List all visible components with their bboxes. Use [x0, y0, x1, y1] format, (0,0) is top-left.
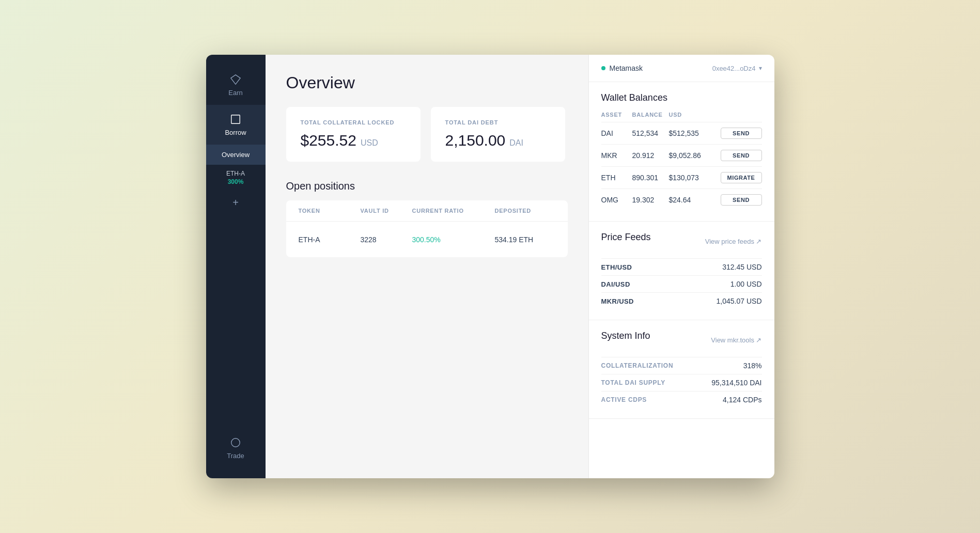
view-mkr-tools-link[interactable]: View mkr.tools ↗: [711, 336, 761, 344]
main-content: Overview TOTAL COLLATERAL LOCKED $255.52…: [266, 55, 588, 478]
system-info-title: System Info: [601, 331, 650, 341]
sidebar-add-button[interactable]: +: [206, 191, 266, 215]
positions-table: TOKEN VAULT ID CURRENT RATIO DEPOSITED A…: [286, 200, 568, 257]
bth-action: [721, 112, 762, 118]
system-label-active-cdps: ACTIVE CDPS: [601, 396, 647, 403]
balance-mkr: 20.912: [632, 151, 669, 160]
price-feeds-section: Price Feeds View price feeds ↗ ETH/USD 3…: [589, 222, 774, 320]
sidebar-earn-label: Earn: [228, 89, 242, 97]
debt-unit: DAI: [509, 138, 523, 148]
wallet-header: Metamask 0xee42...oDz4 ▾: [589, 55, 774, 82]
asset-omg: OMG: [601, 196, 632, 204]
system-row-active-cdps: ACTIVE CDPS 4,124 CDPs: [601, 391, 762, 408]
cell-token: ETH-A: [299, 236, 361, 244]
sidebar-item-trade[interactable]: Trade: [206, 428, 266, 468]
asset-dai: DAI: [601, 129, 632, 137]
square-icon: [229, 113, 242, 126]
usd-eth: $130,073: [669, 174, 721, 182]
cell-vault-id: 3228: [361, 236, 412, 244]
balance-table-header: ASSET BALANCE USD: [601, 112, 762, 118]
chevron-down-icon: ▾: [759, 65, 762, 72]
system-info-section: System Info View mkr.tools ↗ COLLATERALI…: [589, 320, 774, 419]
price-value-eth: 312.45 USD: [722, 263, 761, 271]
sidebar-item-overview[interactable]: Overview: [206, 145, 266, 165]
price-pair-eth: ETH/USD: [601, 263, 632, 271]
collateral-value-row: $255.52 USD: [301, 132, 406, 149]
sidebar-item-borrow[interactable]: Borrow: [206, 105, 266, 145]
migrate-eth-button[interactable]: MIGRATE: [721, 172, 762, 183]
sidebar-item-eth-a[interactable]: ETH-A 300%: [206, 165, 266, 191]
system-label-collateral: COLLATERALIZATION: [601, 362, 674, 369]
positions-title: Open positions: [286, 180, 568, 192]
bth-balance: BALANCE: [632, 112, 669, 118]
price-row-mkr-usd: MKR/USD 1,045.07 USD: [601, 292, 762, 309]
balance-row-omg: OMG 19.302 $24.64 SEND: [601, 189, 762, 211]
usd-dai: $512,535: [669, 129, 721, 137]
cell-deposited: 534.19 ETH: [495, 236, 568, 244]
system-row-dai-supply: TOTAL DAI SUPPLY 95,314,510 DAI: [601, 374, 762, 391]
sidebar-overview-label: Overview: [222, 151, 250, 159]
collateral-unit: USD: [361, 138, 378, 148]
system-label-dai-supply: TOTAL DAI SUPPLY: [601, 379, 665, 386]
sidebar-trade-label: Trade: [227, 452, 244, 460]
svg-point-2: [231, 438, 240, 447]
th-deposited: DEPOSITED: [495, 208, 568, 214]
send-omg-button[interactable]: SEND: [721, 194, 762, 206]
system-value-dai-supply: 95,314,510 DAI: [711, 379, 761, 387]
balance-row-dai: DAI 512,534 $512,535 SEND: [601, 122, 762, 144]
price-feeds-title: Price Feeds: [601, 232, 651, 243]
system-info-header: System Info View mkr.tools ↗: [601, 331, 762, 350]
app-container: Earn Borrow Overview ETH-A 300% + Trade: [206, 55, 774, 478]
price-pair-mkr: MKR/USD: [601, 297, 634, 305]
debt-value: 2,150.00: [445, 132, 506, 149]
vault-name: ETH-A: [226, 170, 245, 177]
send-dai-button[interactable]: SEND: [721, 128, 762, 139]
wallet-name: Metamask: [610, 64, 643, 72]
collateral-value: $255.52: [301, 132, 356, 149]
price-feeds-header: Price Feeds View price feeds ↗: [601, 232, 762, 251]
svg-rect-1: [231, 115, 240, 124]
circle-icon: [229, 436, 242, 449]
page-title: Overview: [286, 73, 568, 92]
bth-usd: USD: [669, 112, 721, 118]
balance-omg: 19.302: [632, 196, 669, 204]
wallet-addr-container[interactable]: 0xee42...oDz4 ▾: [712, 65, 762, 72]
debt-label: TOTAL DAI DEBT: [445, 119, 551, 126]
main-body: Overview TOTAL COLLATERAL LOCKED $255.52…: [266, 55, 588, 478]
view-price-feeds-link[interactable]: View price feeds ↗: [705, 238, 762, 245]
vault-ratio: 300%: [228, 178, 244, 185]
wallet-connected-dot: [601, 66, 605, 70]
sidebar: Earn Borrow Overview ETH-A 300% + Trade: [206, 55, 266, 478]
price-value-dai: 1.00 USD: [730, 280, 762, 288]
balance-row-eth: ETH 890.301 $130,073 MIGRATE: [601, 166, 762, 189]
diamond-icon: [229, 73, 242, 86]
wallet-balances-section: Wallet Balances ASSET BALANCE USD DAI 51…: [589, 82, 774, 222]
bth-asset: ASSET: [601, 112, 632, 118]
asset-mkr: MKR: [601, 151, 632, 160]
balances-title: Wallet Balances: [601, 92, 762, 103]
collateral-label: TOTAL COLLATERAL LOCKED: [301, 119, 406, 126]
stats-row: TOTAL COLLATERAL LOCKED $255.52 USD TOTA…: [286, 107, 568, 162]
system-row-collateral: COLLATERALIZATION 318%: [601, 357, 762, 374]
debt-stat-card: TOTAL DAI DEBT 2,150.00 DAI: [431, 107, 565, 162]
usd-omg: $24.64: [669, 196, 721, 204]
svg-marker-0: [231, 75, 240, 84]
cell-ratio: 300.50%: [412, 236, 495, 244]
usd-mkr: $9,052.86: [669, 151, 721, 160]
sidebar-item-earn[interactable]: Earn: [206, 65, 266, 105]
balance-eth: 890.301: [632, 174, 669, 182]
table-header: TOKEN VAULT ID CURRENT RATIO DEPOSITED A…: [286, 200, 568, 222]
wallet-address-row: Metamask: [601, 64, 643, 72]
price-pair-dai: DAI/USD: [601, 280, 630, 288]
price-row-dai-usd: DAI/USD 1.00 USD: [601, 275, 762, 292]
asset-eth: ETH: [601, 174, 632, 182]
balance-dai: 512,534: [632, 129, 669, 137]
send-mkr-button[interactable]: SEND: [721, 150, 762, 161]
wallet-address-short: 0xee42...oDz4: [712, 65, 756, 72]
price-row-eth-usd: ETH/USD 312.45 USD: [601, 258, 762, 275]
sidebar-borrow-label: Borrow: [225, 129, 246, 136]
add-icon: +: [232, 197, 239, 209]
balance-row-mkr: MKR 20.912 $9,052.86 SEND: [601, 144, 762, 166]
right-panel: Metamask 0xee42...oDz4 ▾ Wallet Balances…: [588, 55, 774, 478]
collateral-stat-card: TOTAL COLLATERAL LOCKED $255.52 USD: [286, 107, 421, 162]
